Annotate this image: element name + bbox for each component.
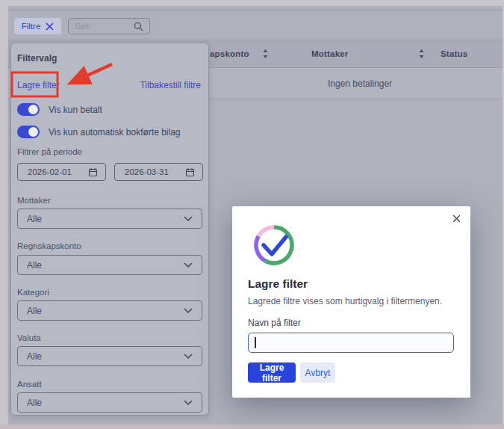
toggle-label: Vis kun automatisk bokførte bilag bbox=[49, 127, 181, 138]
modal-title: Lagre filter bbox=[248, 277, 308, 291]
reset-filters-link[interactable]: Tilbakestill filtre bbox=[140, 80, 201, 90]
toggle-row-paid: Vis kun betalt bbox=[17, 103, 102, 116]
bottom-edge bbox=[0, 425, 504, 429]
magnifier-icon bbox=[134, 22, 143, 31]
save-filter-modal: Lagre filter Lagrede filtre vises som hu… bbox=[232, 206, 470, 398]
date-to-input[interactable]: 2026-03-31 bbox=[114, 163, 203, 181]
chevron-down-icon bbox=[184, 308, 193, 314]
search-input[interactable]: Søk bbox=[68, 18, 150, 34]
date-to-value: 2026-03-31 bbox=[125, 167, 185, 176]
dropdown-value: Alle bbox=[27, 260, 184, 271]
filter-chip-label: Filtre bbox=[22, 22, 41, 31]
period-label: Filtrer på periode bbox=[17, 147, 82, 156]
dropdown-mottaker[interactable]: Alle bbox=[17, 209, 202, 229]
chevron-down-icon bbox=[184, 354, 193, 359]
text-cursor bbox=[255, 337, 256, 348]
dropdown-label-regnskapskonto: Regnskapskonto bbox=[17, 241, 81, 250]
cancel-button[interactable]: Avbryt bbox=[300, 362, 335, 383]
sort-arrows-icon[interactable] bbox=[418, 40, 425, 67]
filter-name-input[interactable] bbox=[248, 333, 454, 353]
calendar-icon bbox=[185, 167, 195, 177]
page: Filtre Søk apskonto Mottaker Status bbox=[0, 0, 504, 429]
close-icon[interactable] bbox=[46, 22, 54, 31]
column-header-mottaker[interactable]: Mottaker bbox=[311, 40, 349, 67]
close-icon bbox=[452, 214, 461, 223]
toggle-knob bbox=[28, 105, 38, 114]
dropdown-label-mottaker: Mottaker bbox=[17, 196, 51, 205]
chevron-down-icon bbox=[184, 262, 193, 268]
toggle-label: Vis kun betalt bbox=[49, 105, 102, 115]
dropdown-kategori[interactable]: Alle bbox=[17, 300, 202, 321]
toggle-knob bbox=[28, 127, 38, 137]
dropdown-value: Alle bbox=[27, 306, 184, 316]
dropdown-ansatt[interactable]: Alle bbox=[17, 392, 202, 413]
filter-name-label: Navn på filter bbox=[248, 318, 301, 328]
dropdown-label-valuta: Valuta bbox=[17, 333, 41, 342]
toggle-vis-kun-betalt[interactable] bbox=[17, 103, 40, 116]
date-from-input[interactable]: 2026-02-01 bbox=[17, 163, 106, 181]
dropdown-value: Alle bbox=[27, 398, 184, 408]
toggle-vis-kun-automatisk[interactable] bbox=[17, 126, 40, 138]
date-from-value: 2026-02-01 bbox=[28, 167, 88, 176]
dropdown-label-ansatt: Ansatt bbox=[17, 380, 42, 389]
empty-state-text: Ingen betalinger bbox=[328, 68, 392, 99]
save-filter-link[interactable]: Lagre filter bbox=[17, 80, 60, 90]
column-header-regnskapskonto[interactable]: apskonto bbox=[210, 40, 249, 67]
modal-description: Lagrede filtre vises som hurtigvalg i fi… bbox=[248, 296, 442, 306]
modal-close-button[interactable] bbox=[451, 213, 461, 223]
filter-chip[interactable]: Filtre bbox=[14, 18, 61, 34]
dropdown-value: Alle bbox=[27, 214, 184, 224]
calendar-icon bbox=[88, 167, 98, 177]
chevron-down-icon bbox=[184, 400, 193, 406]
filter-panel-title: Filtervalg bbox=[17, 53, 57, 64]
chevron-down-icon bbox=[184, 216, 193, 222]
dropdown-value: Alle bbox=[27, 351, 184, 362]
filter-panel: Filtervalg Lagre filter Tilbakestill fil… bbox=[10, 43, 209, 416]
sort-arrows-icon[interactable] bbox=[262, 40, 269, 67]
search-placeholder: Søk bbox=[75, 22, 134, 31]
dropdown-label-kategori: Kategori bbox=[17, 288, 49, 297]
dropdown-regnskapskonto[interactable]: Alle bbox=[17, 255, 202, 275]
save-filter-button[interactable]: Lagre filter bbox=[248, 362, 296, 383]
toggle-row-autobooked: Vis kun automatisk bokførte bilag bbox=[17, 126, 181, 138]
check-circle-icon bbox=[252, 223, 296, 270]
column-header-status[interactable]: Status bbox=[441, 40, 467, 67]
dropdown-valuta[interactable]: Alle bbox=[17, 346, 202, 366]
top-divider bbox=[8, 10, 503, 10]
